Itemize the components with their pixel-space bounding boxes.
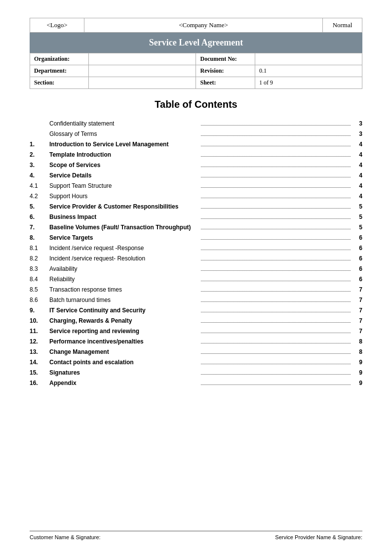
toc-item: 8.3Availability6: [30, 264, 362, 273]
toc-page: 9: [353, 368, 362, 377]
toc-item: 4.1Support Team Structure4: [30, 181, 362, 190]
toc-dots: [201, 353, 351, 354]
docno-label: Document No:: [196, 53, 255, 65]
toc-item: 16.Appendix9: [30, 379, 362, 387]
company-text: <Company Name>: [179, 21, 228, 29]
toc-text: Service reporting and reviewing: [49, 327, 199, 336]
toc-num: 2.: [30, 150, 49, 159]
toc-num: 8.6: [30, 296, 49, 304]
toc-page: 3: [353, 119, 362, 128]
toc-page: 6: [353, 233, 362, 242]
toc-num: 5.: [30, 202, 49, 211]
toc-dots: [201, 135, 351, 136]
toc-page: 8: [353, 337, 362, 346]
toc-item: 9.IT Service Continuity and Security7: [30, 306, 362, 315]
revision-label: Revision:: [196, 65, 255, 77]
toc-text: Performance incentives/penalties: [49, 337, 199, 346]
toc-text: Confidentiality statement: [49, 119, 199, 128]
toc-item: 8.1Incident /service request -Response6: [30, 244, 362, 253]
toc-num: 10.: [30, 316, 49, 325]
toc-page: 4: [353, 150, 362, 159]
toc-dots: [201, 270, 351, 271]
toc-item: 8.6Batch turnaround times7: [30, 296, 362, 304]
toc-page: 6: [353, 254, 362, 263]
toc-num: 3.: [30, 161, 49, 170]
revision-value: 0.1: [255, 65, 362, 77]
info-row-2: Department: Revision: 0.1: [30, 65, 362, 77]
toc-text: Introduction to Service Level Management: [49, 140, 199, 149]
org-value: [89, 53, 196, 65]
toc-dots: [201, 333, 351, 333]
toc-text: Batch turnaround times: [49, 296, 199, 304]
sheet-value: 1 of 9: [255, 77, 362, 89]
toc-item: 3.Scope of Services4: [30, 161, 362, 170]
toc-text: Service Targets: [49, 233, 199, 242]
toc-item: Glossary of Terms3: [30, 129, 362, 138]
toc-item: Confidentiality statement3: [30, 119, 362, 128]
toc-text: Support Team Structure: [49, 181, 199, 190]
toc-dots: [201, 239, 351, 240]
toc-item: 7.Baseline Volumes (Fault/ Transaction T…: [30, 223, 362, 232]
toc-num: 7.: [30, 223, 49, 232]
logo-text: <Logo>: [46, 21, 67, 29]
toc-text: Support Hours: [49, 192, 199, 201]
section-value: [89, 77, 196, 89]
toc-dots: [201, 374, 351, 375]
toc-text: Appendix: [49, 379, 199, 387]
info-row-3: Section: Sheet: 1 of 9: [30, 77, 362, 89]
toc-page: 7: [353, 327, 362, 336]
toc-item: 14.Contact points and escalation9: [30, 358, 362, 367]
toc-page: 8: [353, 347, 362, 356]
toc-dots: [201, 177, 351, 177]
docno-value: [255, 53, 362, 65]
header-table: <Logo> <Company Name> Normal: [30, 18, 362, 33]
normal-text: Normal: [333, 21, 353, 29]
toc-dots: [201, 281, 351, 281]
toc-page: 6: [353, 264, 362, 273]
toc-text: Transaction response times: [49, 285, 199, 294]
toc-page: 5: [353, 213, 362, 221]
toc-dots: [201, 301, 351, 302]
toc-item: 11.Service reporting and reviewing7: [30, 327, 362, 336]
toc-item: 4.2Support Hours4: [30, 192, 362, 201]
footer: Customer Name & Signature: Service Provi…: [30, 531, 362, 540]
toc-page: 5: [353, 202, 362, 211]
toc-dots: [201, 229, 351, 229]
dept-value: [89, 65, 196, 77]
toc-text: Service Provider & Customer Responsibili…: [49, 202, 199, 211]
toc-page: 5: [353, 223, 362, 232]
toc-num: 15.: [30, 368, 49, 377]
toc-page: 4: [353, 181, 362, 190]
toc-text: Baseline Volumes (Fault/ Transaction Thr…: [49, 223, 199, 232]
company-cell: <Company Name>: [84, 18, 323, 33]
toc-page: 4: [353, 140, 362, 149]
toc-dots: [201, 312, 351, 312]
toc-dots: [201, 260, 351, 260]
toc-text: Incident /service request -Response: [49, 244, 199, 253]
sheet-label: Sheet:: [196, 77, 255, 89]
toc-page: 6: [353, 244, 362, 253]
toc-page: 9: [353, 379, 362, 387]
toc-text: Charging, Rewards & Penalty: [49, 316, 199, 325]
toc-title: Table of Contents: [30, 99, 362, 110]
normal-cell: Normal: [323, 18, 362, 33]
toc-num: 8.3: [30, 264, 49, 273]
toc-dots: [201, 364, 351, 364]
section-label: Section:: [30, 77, 89, 89]
toc-item: 8.4Reliability6: [30, 275, 362, 284]
dept-label: Department:: [30, 65, 89, 77]
toc-item: 8.Service Targets6: [30, 233, 362, 242]
toc-num: 14.: [30, 358, 49, 367]
toc-text: Reliability: [49, 275, 199, 284]
toc-text: Business Impact: [49, 213, 199, 221]
toc-dots: [201, 384, 351, 385]
info-table: Organization: Document No: Department: R…: [30, 53, 362, 89]
toc-container: Confidentiality statement3Glossary of Te…: [30, 119, 362, 387]
toc-page: 4: [353, 192, 362, 201]
toc-dots: [201, 291, 351, 292]
logo-cell: <Logo>: [30, 18, 84, 33]
footer-left: Customer Name & Signature:: [30, 534, 101, 540]
toc-item: 8.5Transaction response times7: [30, 285, 362, 294]
toc-num: 1.: [30, 140, 49, 149]
toc-item: 6.Business Impact5: [30, 213, 362, 221]
